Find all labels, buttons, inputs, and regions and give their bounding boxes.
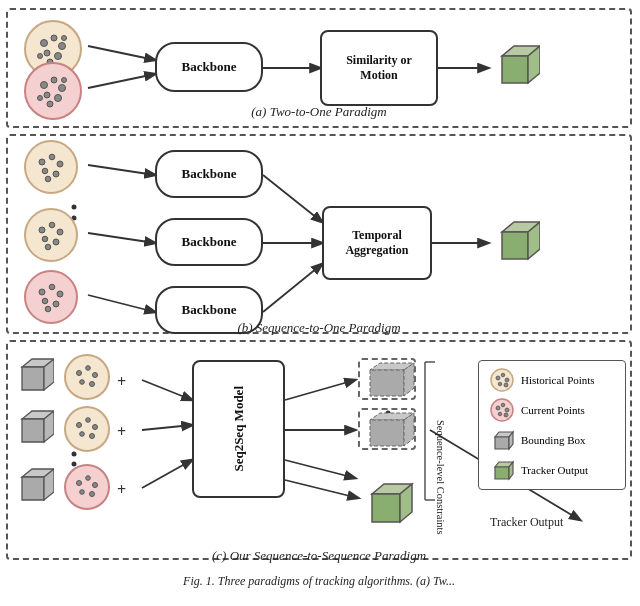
svg-point-63 xyxy=(39,227,45,233)
legend-historical-label: Historical Points xyxy=(521,374,595,386)
svg-point-74 xyxy=(53,301,59,307)
svg-marker-128 xyxy=(495,437,509,449)
section-a-sim-motion: Similarity or Motion xyxy=(320,30,438,106)
svg-point-65 xyxy=(57,229,63,235)
svg-point-126 xyxy=(504,413,508,417)
legend-bbox-label: Bounding Box xyxy=(521,434,585,446)
svg-marker-113 xyxy=(372,494,400,522)
svg-point-57 xyxy=(49,154,55,160)
svg-point-122 xyxy=(496,406,500,410)
svg-point-60 xyxy=(53,171,59,177)
svg-point-82 xyxy=(65,355,109,399)
svg-point-62 xyxy=(25,209,77,261)
section-b-temporal: Temporal Aggregation xyxy=(322,206,432,280)
svg-point-46 xyxy=(59,85,66,92)
svg-point-92 xyxy=(77,423,82,428)
svg-point-51 xyxy=(38,96,43,101)
svg-point-36 xyxy=(51,35,57,41)
svg-point-42 xyxy=(38,54,43,59)
svg-point-61 xyxy=(45,176,51,182)
svg-point-101 xyxy=(77,481,82,486)
svg-point-41 xyxy=(62,36,67,41)
section-b-pc2 xyxy=(22,206,80,264)
section-c-out1 xyxy=(358,358,416,400)
svg-point-59 xyxy=(42,168,48,174)
svg-point-73 xyxy=(42,298,48,304)
legend: Historical Points Current Points Boundin… xyxy=(478,360,626,490)
svg-point-67 xyxy=(53,239,59,245)
svg-point-48 xyxy=(55,95,62,102)
section-a-caption: (a) Two-to-One Paradigm xyxy=(6,104,632,120)
section-c-out2 xyxy=(358,408,416,450)
svg-point-91 xyxy=(65,407,109,451)
svg-point-45 xyxy=(51,77,57,83)
section-b-cube xyxy=(490,214,540,269)
svg-point-96 xyxy=(90,434,95,439)
svg-point-125 xyxy=(498,412,502,416)
svg-point-37 xyxy=(59,43,66,50)
section-a-cube xyxy=(490,38,540,93)
legend-item-historical: Historical Points xyxy=(489,367,615,393)
svg-point-87 xyxy=(90,382,95,387)
seq-constraints-label: Sequence-level Constraints xyxy=(436,400,456,520)
svg-point-71 xyxy=(49,284,55,290)
section-c-pc1 xyxy=(62,352,112,402)
section-c-cube2 xyxy=(12,404,54,450)
section-b-pc3 xyxy=(22,268,80,326)
section-c-pc3 xyxy=(62,462,112,512)
legend-current-label: Current Points xyxy=(521,404,585,416)
svg-point-117 xyxy=(501,373,505,377)
legend-item-current: Current Points xyxy=(489,397,615,423)
svg-point-124 xyxy=(505,408,509,412)
svg-marker-89 xyxy=(22,419,44,442)
svg-point-93 xyxy=(86,418,91,423)
svg-point-68 xyxy=(45,244,51,250)
section-b-backbone2: Backbone xyxy=(155,218,263,266)
section-b-pc1 xyxy=(22,138,80,196)
section-c-caption: (c) Our Sequence-to-Sequence Paradigm xyxy=(6,548,632,564)
svg-point-86 xyxy=(80,380,85,385)
section-b-backbone1: Backbone xyxy=(155,150,263,198)
svg-point-102 xyxy=(86,476,91,481)
svg-point-115 xyxy=(491,369,513,391)
svg-marker-110 xyxy=(370,420,404,446)
section-c-pc2 xyxy=(62,404,112,454)
svg-point-47 xyxy=(44,92,50,98)
svg-point-35 xyxy=(41,40,48,47)
svg-marker-98 xyxy=(22,477,44,500)
section-c-seq2seq: Seq2Seq Model xyxy=(192,360,285,498)
svg-point-72 xyxy=(57,291,63,297)
svg-point-83 xyxy=(77,371,82,376)
legend-item-bbox: Bounding Box xyxy=(489,427,615,453)
svg-marker-80 xyxy=(22,367,44,390)
svg-marker-107 xyxy=(370,370,404,396)
svg-point-69 xyxy=(25,271,77,323)
svg-point-123 xyxy=(501,403,505,407)
svg-point-95 xyxy=(80,432,85,437)
diagram-container: + + + xyxy=(0,0,640,606)
svg-point-44 xyxy=(41,82,48,89)
svg-point-55 xyxy=(25,141,77,193)
svg-point-85 xyxy=(93,373,98,378)
svg-point-50 xyxy=(62,78,67,83)
svg-marker-77 xyxy=(502,232,528,259)
svg-point-105 xyxy=(90,492,95,497)
svg-point-120 xyxy=(504,383,508,387)
svg-point-94 xyxy=(93,425,98,430)
svg-point-66 xyxy=(42,236,48,242)
fig-caption: Fig. 1. Three paradigms of tracking algo… xyxy=(6,574,632,589)
svg-point-121 xyxy=(491,399,513,421)
svg-point-119 xyxy=(498,382,502,386)
svg-marker-131 xyxy=(495,467,509,479)
tracker-output-label: Tracker Output xyxy=(490,515,620,535)
svg-point-56 xyxy=(39,159,45,165)
svg-point-118 xyxy=(505,378,509,382)
svg-point-70 xyxy=(39,289,45,295)
section-c-cube1 xyxy=(12,352,54,398)
section-a-backbone: Backbone xyxy=(155,42,263,92)
svg-point-38 xyxy=(44,50,50,56)
legend-tracker-label: Tracker Output xyxy=(521,464,588,476)
svg-point-84 xyxy=(86,366,91,371)
svg-point-104 xyxy=(80,490,85,495)
legend-item-tracker: Tracker Output xyxy=(489,457,615,483)
